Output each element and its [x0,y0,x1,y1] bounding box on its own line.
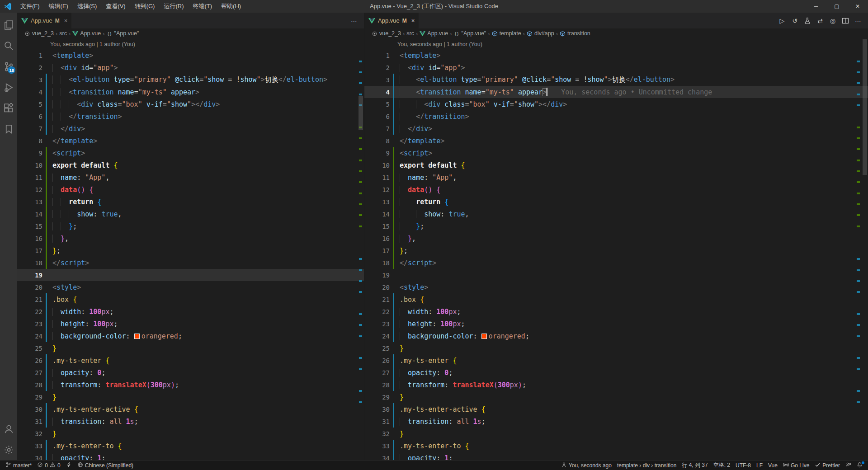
run-icon[interactable]: ▷ [777,15,788,26]
indentation-status[interactable]: 空格: 2 [711,461,733,470]
scrollbar-right[interactable] [862,38,868,460]
indent-guide [408,100,408,108]
close-button[interactable]: ✕ [847,0,868,13]
line-number: 23 [17,320,42,328]
codelens-annotation[interactable]: You, seconds ago | 1 author (You) [364,38,868,49]
bolt-status[interactable] [63,461,75,470]
breadcrumb-item[interactable]: App.vue [420,30,448,37]
breadcrumb-item[interactable]: div#app [527,30,554,37]
breadcrumb-item[interactable]: src [59,30,67,37]
feedback-status[interactable] [843,461,854,470]
breadcrumb-label: "App.vue" [462,30,486,37]
indent-guide [400,174,400,182]
line-number: 26 [17,357,42,364]
more-actions-icon[interactable]: ⋯ [853,15,863,26]
code-text: .box { [47,296,77,304]
line-number: 18 [17,259,42,267]
minimize-button[interactable]: ─ [806,0,826,13]
vue-icon [420,31,425,37]
breadcrumb-item[interactable]: {}"App.vue" [107,30,139,37]
indent-guide [400,198,400,206]
source-control-icon[interactable]: 18 [0,56,17,77]
code-text: } [394,344,404,352]
code-text: .my-ts-enter { [47,357,109,365]
account-icon[interactable] [0,418,17,439]
language-pack-status[interactable]: Chinese (Simplified) [75,461,136,470]
menu-item-R[interactable]: 运行(R) [160,1,188,12]
code-line-6: 6 </transition> [364,110,868,122]
prettier-status[interactable]: Prettier [812,461,843,470]
indent-guide [52,308,53,316]
breadcrumb-item[interactable]: transition [560,30,590,37]
bookmarks-icon[interactable] [0,118,17,139]
symbol-path-status[interactable]: template › div › transition [614,461,679,470]
breadcrumb-item[interactable]: src [406,30,414,37]
menu-item-V[interactable]: 查看(V) [102,1,129,12]
scrollbar-left[interactable] [358,38,364,460]
settings-icon[interactable] [0,439,17,460]
code-text: } [47,344,57,352]
code-text: }; [394,247,408,255]
code-text: opacity: 0; [394,369,453,377]
tab-close-icon[interactable]: × [64,17,68,24]
eol-status[interactable]: LF [754,461,765,470]
go-live-status[interactable]: Go Live [780,461,812,470]
run-debug-icon[interactable] [0,77,17,98]
scrollbar-thumb[interactable] [863,39,867,175]
line-number: 14 [17,211,42,218]
menu-item-F[interactable]: 文件(F) [16,1,44,12]
menu-item-H[interactable]: 帮助(H) [217,1,245,12]
explorer-icon[interactable] [0,14,17,35]
compare-changes-icon[interactable]: ⇄ [815,15,826,26]
open-preview-icon[interactable]: ◎ [827,15,838,26]
breadcrumb-item[interactable]: App.vue [72,30,101,37]
editor-left[interactable]: You, seconds ago | 1 author (You)1<templ… [17,38,364,460]
blame-status[interactable]: You, seconds ago [558,461,614,470]
extensions-icon[interactable] [0,98,17,118]
tab-appvue[interactable]: App.vueM× [364,13,419,28]
code-line-22: 22 width: 100px; [364,306,868,318]
scrollbar-thumb[interactable] [359,96,363,130]
indent-guide [52,454,53,461]
code-text: height: 100px; [47,320,118,328]
title-bar: 文件(F)编辑(E)选择(S)查看(V)转到(G)运行(R)终端(T)帮助(H)… [0,0,868,13]
menu-item-G[interactable]: 转到(G) [131,1,159,12]
breadcrumb-item[interactable]: vue_2_3 [24,30,54,37]
editor-right[interactable]: You, seconds ago | 1 author (You)1<templ… [364,38,868,460]
indent-guide [416,100,416,108]
beaker-icon[interactable] [802,15,813,26]
overview-diff-mark [857,181,860,183]
indent-guide [400,75,400,84]
tab-appvue[interactable]: App.vueM× [17,13,72,28]
menu-item-S[interactable]: 选择(S) [73,1,101,12]
notifications-status[interactable] [854,461,865,470]
indent-guide [416,210,416,218]
overview-diff-mark [857,280,860,282]
breadcrumb-item[interactable]: template [492,30,521,37]
indent-guide [69,210,69,218]
timeline-icon[interactable]: ↺ [789,15,800,26]
gutter-diff-indicator [393,269,394,281]
branch-status[interactable]: master* [3,461,34,470]
line-number: 19 [17,272,42,279]
status-label: 0 [45,462,48,469]
maximize-button[interactable]: ▢ [826,0,847,13]
breadcrumb-item[interactable]: {}"App.vue" [454,30,486,37]
codelens-annotation[interactable]: You, seconds ago | 1 author (You) [17,38,364,49]
tab-close-icon[interactable]: × [411,17,415,24]
menu-item-E[interactable]: 编辑(E) [45,1,72,12]
gutter-diff-indicator [46,269,47,281]
cursor-position-status[interactable]: 行 4, 列 37 [679,461,710,470]
language-mode-status[interactable]: Vue [765,461,780,470]
menu-item-T[interactable]: 终端(T) [189,1,216,12]
line-number: 20 [17,284,42,291]
more-actions-icon[interactable]: ⋯ [349,15,359,26]
search-icon[interactable] [0,35,17,56]
split-editor-icon[interactable] [840,15,851,26]
problems-status[interactable]: 00 [34,461,63,470]
vue-file-icon [21,18,28,24]
code-text: </template> [394,137,444,145]
breadcrumb-item[interactable]: vue_2_3 [372,30,401,37]
encoding-status[interactable]: UTF-8 [733,461,754,470]
indent-guide [61,222,61,230]
